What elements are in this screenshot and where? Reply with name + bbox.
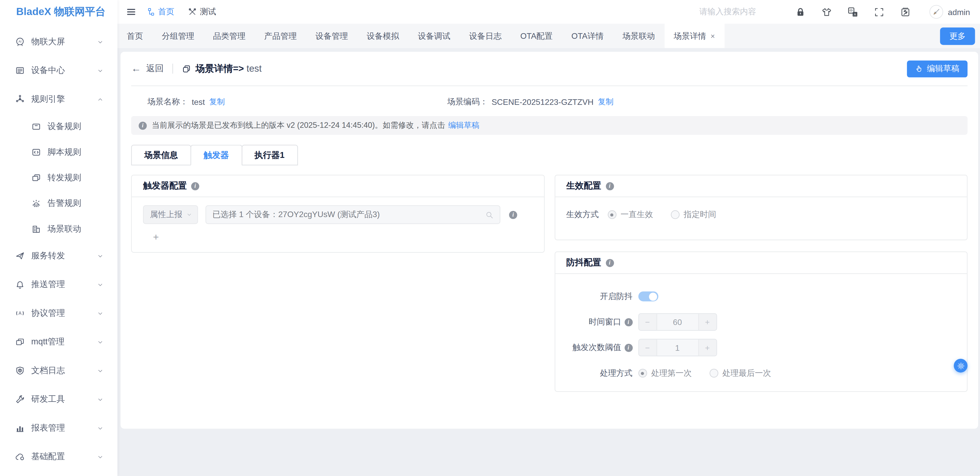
report-chart-icon xyxy=(15,423,25,433)
lock-icon[interactable] xyxy=(795,6,806,17)
sidebar-item-label: 推送管理 xyxy=(31,279,97,290)
tag-2[interactable]: 品类管理 xyxy=(204,24,255,48)
sidebar-item-label: 研发工具 xyxy=(31,394,97,405)
sidebar-item-2[interactable]: 规则引擎 xyxy=(0,85,118,114)
hamburger-icon[interactable] xyxy=(126,7,136,17)
copy-scene-name-link[interactable]: 复制 xyxy=(209,97,225,107)
radio-handle-mode-1[interactable]: 处理最后一次 xyxy=(710,368,771,379)
left-column: 触发器配置 i 属性上报 已选择 1 xyxy=(131,175,544,253)
time-window-value: 60 xyxy=(657,314,698,330)
edit-draft-button[interactable]: 编辑草稿 xyxy=(907,60,967,77)
close-icon[interactable]: × xyxy=(711,32,715,40)
device-rule-icon xyxy=(31,121,41,132)
chevron-down-icon xyxy=(97,38,104,45)
tag-11[interactable]: 场景详情× xyxy=(664,24,724,48)
theme-icon[interactable] xyxy=(821,6,832,17)
chevron-down-icon xyxy=(97,425,104,432)
back-label: 返回 xyxy=(146,63,164,74)
tag-label: 品类管理 xyxy=(213,30,245,41)
sidebar-menu: AI物联大屏设备中心规则引擎设备规则脚本规则转发规则告警规则场景联动服务转发推送… xyxy=(0,24,118,471)
tag-6[interactable]: 设备调试 xyxy=(409,24,460,48)
dev-tools-icon xyxy=(15,394,25,404)
trigger-threshold-row: 触发次数阈值 i − 1 + xyxy=(566,338,956,357)
banner-edit-draft-link[interactable]: 编辑草稿 xyxy=(448,120,479,131)
debounce-switch-row: 开启防抖 xyxy=(566,287,956,306)
breadcrumb-home[interactable]: 首页 xyxy=(146,6,174,17)
settings-fab[interactable] xyxy=(954,359,967,373)
tag-5[interactable]: 设备模拟 xyxy=(357,24,409,48)
minus-icon[interactable]: − xyxy=(639,340,657,356)
tags-list: 首页分组管理品类管理产品管理设备管理设备模拟设备调试设备日志OTA配置OTA详情… xyxy=(118,24,940,48)
sidebar-item-label: 协议管理 xyxy=(31,308,97,319)
breadcrumb-test[interactable]: 测试 xyxy=(188,6,216,17)
radio-effect-mode-1[interactable]: 指定时间 xyxy=(671,209,716,220)
sidebar-item-7[interactable]: 场景联动 xyxy=(0,216,118,241)
plus-icon[interactable]: + xyxy=(698,314,716,330)
sidebar-item-4[interactable]: 脚本规则 xyxy=(0,139,118,165)
time-window-label: 时间窗口 xyxy=(589,316,621,328)
trigger-row: 属性上报 已选择 1 个设备：27OY2cgYUsW (测试产品3) i xyxy=(143,205,532,224)
rule-engine-icon xyxy=(15,94,25,104)
search-icon xyxy=(485,211,493,219)
sidebar-item-label: 规则引擎 xyxy=(31,94,97,105)
copy-scene-code-link[interactable]: 复制 xyxy=(598,97,614,107)
sidebar-item-10[interactable]: A协议管理 xyxy=(0,299,118,328)
sidebar-item-12[interactable]: 文档日志 xyxy=(0,356,118,385)
banner-text: 当前展示的场景是已发布到线上的版本 v2 (2025-12-24 14:45:4… xyxy=(152,120,445,131)
fullscreen-icon[interactable] xyxy=(873,6,884,17)
chevron-up-icon xyxy=(97,96,104,103)
radio-handle-mode-0[interactable]: 处理第一次 xyxy=(638,368,692,379)
debounce-switch-label: 开启防抖 xyxy=(566,291,632,302)
trigger-type-value: 属性上报 xyxy=(150,209,182,220)
sidebar-item-14[interactable]: 报表管理 xyxy=(0,414,118,443)
sidebar-item-15[interactable]: 基础配置 xyxy=(0,442,118,471)
radio-effect-mode-0[interactable]: 一直生效 xyxy=(608,209,653,220)
link-icon xyxy=(182,64,191,73)
detail-tab-2[interactable]: 执行器1 xyxy=(241,145,298,165)
sidebar-item-8[interactable]: 服务转发 xyxy=(0,241,118,270)
back-button[interactable]: ← 返回 xyxy=(131,63,164,74)
plus-icon[interactable]: + xyxy=(698,340,716,356)
debug-tools-icon[interactable] xyxy=(900,6,910,17)
sidebar: BladeX 物联网平台 AI物联大屏设备中心规则引擎设备规则脚本规则转发规则告… xyxy=(0,0,118,476)
detail-tab-1[interactable]: 触发器 xyxy=(191,145,242,165)
tag-9[interactable]: OTA详情 xyxy=(562,24,613,48)
sidebar-item-0[interactable]: AI物联大屏 xyxy=(0,27,118,56)
sidebar-item-13[interactable]: 研发工具 xyxy=(0,385,118,414)
tag-3[interactable]: 产品管理 xyxy=(255,24,306,48)
device-select-input[interactable]: 已选择 1 个设备：27OY2cgYUsW (测试产品3) xyxy=(205,205,501,224)
tag-7[interactable]: 设备日志 xyxy=(460,24,511,48)
sidebar-item-11[interactable]: mqtt管理 xyxy=(0,328,118,356)
sidebar-item-5[interactable]: 转发规则 xyxy=(0,165,118,190)
sidebar-item-9[interactable]: 推送管理 xyxy=(0,270,118,299)
sidebar-item-6[interactable]: 告警规则 xyxy=(0,190,118,216)
translate-icon[interactable]: 中A xyxy=(847,6,858,17)
trigger-threshold-stepper: − 1 + xyxy=(638,339,717,356)
detail-tab-0[interactable]: 场景信息 xyxy=(131,145,191,165)
tag-8[interactable]: OTA配置 xyxy=(511,24,562,48)
app-logo: BladeX 物联网平台 xyxy=(0,0,118,24)
info-icon: i xyxy=(191,182,199,190)
sidebar-item-1[interactable]: 设备中心 xyxy=(0,56,118,85)
trigger-type-select[interactable]: 属性上报 xyxy=(143,205,198,224)
tag-label: 设备调试 xyxy=(418,30,450,41)
minus-icon[interactable]: − xyxy=(639,314,657,330)
tag-0[interactable]: 首页 xyxy=(118,24,153,48)
scene-code-label: 场景编码： xyxy=(447,96,488,107)
tag-10[interactable]: 场景联动 xyxy=(613,24,664,48)
tag-label: 设备模拟 xyxy=(367,30,399,41)
search-input[interactable]: 请输入搜索内容 xyxy=(699,6,756,17)
trigger-threshold-value: 1 xyxy=(657,340,698,356)
tag-1[interactable]: 分组管理 xyxy=(153,24,204,48)
debounce-toggle[interactable] xyxy=(638,291,658,301)
sidebar-item-label: 服务转发 xyxy=(31,250,97,262)
avatar[interactable] xyxy=(929,5,943,19)
info-icon: i xyxy=(624,344,633,352)
tag-label: 产品管理 xyxy=(264,30,297,41)
tag-4[interactable]: 设备管理 xyxy=(306,24,358,48)
sidebar-item-3[interactable]: 设备规则 xyxy=(0,114,118,139)
info-icon: i xyxy=(138,121,147,130)
more-button[interactable]: 更多 xyxy=(940,27,975,44)
add-trigger-button[interactable]: + xyxy=(153,232,159,242)
topbar-icons: 中A xyxy=(795,6,910,17)
